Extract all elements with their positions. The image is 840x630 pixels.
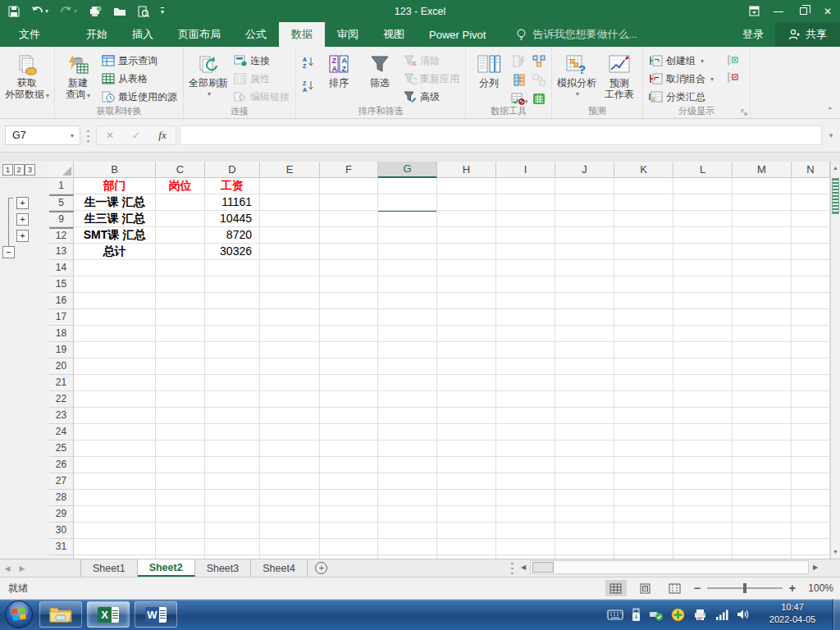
row-header-24[interactable]: 24 (49, 424, 74, 441)
cell-N24[interactable] (792, 424, 830, 441)
cell-K15[interactable] (614, 276, 673, 293)
cell-L17[interactable] (673, 309, 733, 326)
cell-F19[interactable] (320, 342, 378, 358)
cell-G24[interactable] (378, 424, 437, 441)
cell-M29[interactable] (733, 506, 792, 523)
cell-E15[interactable] (260, 276, 320, 293)
select-all-corner[interactable] (49, 162, 74, 178)
cell-G31[interactable] (378, 539, 437, 555)
cell-C26[interactable] (156, 457, 205, 473)
cell-G12[interactable] (378, 227, 437, 244)
cell-D30[interactable] (205, 523, 260, 539)
cell-K1[interactable] (614, 178, 673, 194)
cell-I30[interactable] (496, 523, 555, 539)
cell-L20[interactable] (673, 358, 733, 375)
cell-C20[interactable] (156, 358, 205, 375)
cell-D27[interactable] (205, 473, 260, 490)
cell-J25[interactable] (555, 441, 614, 457)
text-to-columns-button[interactable]: 分列 (468, 49, 509, 89)
cell-B20[interactable] (74, 358, 156, 375)
row-header-26[interactable]: 26 (49, 457, 74, 473)
cell-C29[interactable] (156, 506, 205, 523)
cell-D18[interactable] (205, 326, 260, 342)
cell-G17[interactable] (378, 309, 437, 326)
cell-E12[interactable] (260, 227, 320, 244)
cell-F1[interactable] (320, 178, 378, 194)
cell-B29[interactable] (74, 506, 156, 523)
cell-H20[interactable] (437, 358, 496, 375)
row-header-25[interactable]: 25 (49, 441, 74, 457)
cell-N22[interactable] (792, 391, 830, 408)
cell-N28[interactable] (792, 490, 830, 506)
cell-E31[interactable] (260, 539, 320, 555)
cell-B15[interactable] (74, 276, 156, 293)
sort-descending-button[interactable]: ZA (299, 77, 318, 94)
cell-I25[interactable] (496, 441, 555, 457)
subtotal-button[interactable]: 分类汇总 (646, 88, 717, 106)
cell-L24[interactable] (673, 424, 733, 441)
column-header-J[interactable]: J (555, 162, 614, 178)
sign-in-button[interactable]: 登录 (731, 22, 775, 47)
cell-F28[interactable] (320, 490, 378, 506)
ribbon-tab-开始[interactable]: 开始 (74, 22, 120, 47)
formula-bar-expand-icon[interactable]: ▾ (822, 126, 840, 145)
cell-H27[interactable] (437, 473, 496, 490)
outline-expand-row-12-button[interactable]: + (16, 230, 29, 242)
collapse-ribbon-icon[interactable]: ⌃ (827, 106, 833, 115)
row-header-12[interactable]: 12 (49, 227, 74, 244)
cell-L26[interactable] (673, 457, 733, 473)
cell-F16[interactable] (320, 293, 378, 309)
column-header-E[interactable]: E (260, 162, 320, 178)
cell-C31[interactable] (156, 539, 205, 555)
sheet-nav-left-icon[interactable]: ◀ (0, 559, 15, 577)
cell-H17[interactable] (437, 309, 496, 326)
cell-N13[interactable] (792, 244, 830, 260)
cell-D29[interactable] (205, 506, 260, 523)
cell-G19[interactable] (378, 342, 437, 358)
cell-I21[interactable] (496, 375, 555, 391)
cell-H16[interactable] (437, 293, 496, 309)
cell-M23[interactable] (733, 408, 792, 424)
cell-G9[interactable] (378, 211, 437, 227)
cell-F20[interactable] (320, 358, 378, 375)
cell-N15[interactable] (792, 276, 830, 293)
cell-L23[interactable] (673, 408, 733, 424)
cell-D14[interactable] (205, 260, 260, 276)
cell-N27[interactable] (792, 473, 830, 490)
cell-M19[interactable] (733, 342, 792, 358)
cell-M5[interactable] (733, 194, 792, 211)
word-taskbar-button[interactable]: W (135, 601, 177, 628)
row-header-17[interactable]: 17 (49, 309, 74, 326)
cell-G15[interactable] (378, 276, 437, 293)
cell-M14[interactable] (733, 260, 792, 276)
cell-N14[interactable] (792, 260, 830, 276)
cell-I26[interactable] (496, 457, 555, 473)
cell-F26[interactable] (320, 457, 378, 473)
ribbon-tab-公式[interactable]: 公式 (233, 22, 279, 47)
cell-H31[interactable] (437, 539, 496, 555)
forecast-sheet-button[interactable]: 预测 工作表 (599, 49, 640, 100)
cell-B13[interactable]: 总计 (74, 244, 156, 260)
column-header-G[interactable]: G (378, 162, 437, 178)
cell-I29[interactable] (496, 506, 555, 523)
group-button[interactable]: 创建组▾ (646, 52, 717, 70)
cell-H25[interactable] (437, 441, 496, 457)
vertical-scrollbar[interactable]: ▲ ▼ (830, 162, 840, 559)
save-icon[interactable] (8, 6, 20, 17)
cell-B12[interactable]: SMT课 汇总 (74, 227, 156, 244)
cell-J16[interactable] (555, 293, 614, 309)
cell-N29[interactable] (792, 506, 830, 523)
usb-eject-icon[interactable] (649, 608, 664, 621)
cell-L16[interactable] (673, 293, 733, 309)
zoom-level[interactable]: 100% (804, 582, 833, 594)
cell-M12[interactable] (733, 227, 792, 244)
cell-J18[interactable] (555, 326, 614, 342)
cell-B27[interactable] (74, 473, 156, 490)
cell-C13[interactable] (156, 244, 205, 260)
row-header-18[interactable]: 18 (49, 326, 74, 342)
share-button[interactable]: 共享 (775, 22, 840, 47)
close-icon[interactable]: ✕ (815, 0, 840, 22)
cell-K25[interactable] (614, 441, 673, 457)
cell-D1[interactable]: 工资 (205, 178, 260, 194)
cell-F24[interactable] (320, 424, 378, 441)
